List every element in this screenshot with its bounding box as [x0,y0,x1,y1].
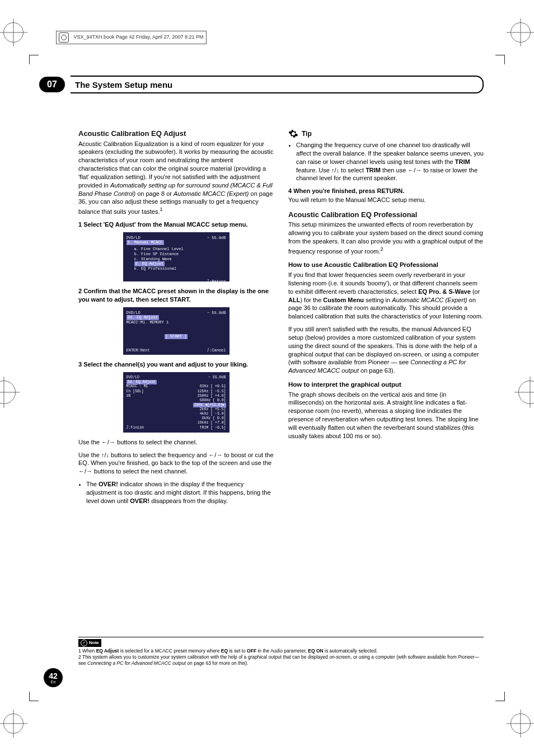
bold: EQ Adjust [96,648,119,654]
para-eq-adjust: Acoustic Calibration Equalization is a k… [78,140,274,216]
screen-foot-r: ⤴:Cancel [207,348,226,353]
para-interpret: The graph shows decibels on the vertical… [288,391,484,440]
page-number: 42 [44,672,63,680]
eq-val: 2kHz [ +5.5] [200,407,226,412]
eq-val: 500Hz [ 0.0] [200,398,226,403]
eq-line: dB [127,394,131,398]
registration-mark-ml [0,381,16,404]
screen-title-l: DVD/LD [127,236,140,240]
chapter-bar: 07 The System Setup menu [39,76,484,93]
eq-val: 250Hz [ +4.0] [198,394,226,398]
screen-title-l: DVD/LD [127,311,140,315]
text: ) for the [300,297,323,303]
chapter-title: The System Setup menu [71,76,484,93]
footnote-1: 1 When EQ Adjust is selected for a MCACC… [78,648,484,654]
eq-val: 16kHz [ +7.0] [198,421,226,425]
para-how-use-2: If you still aren't satisfied with the r… [288,325,484,375]
trim-feature: TRIM [455,158,470,165]
text: is selected for a MCACC preset memory wh… [119,648,221,654]
screen-return: ⤴:Return [207,279,226,284]
eq-val-selected: 1kHz ◀[+12.0]▶ [193,403,226,407]
screen-header: 3. Manual MCACC [127,240,164,245]
spine-header-text: VSX_94TXH.book Page 42 Friday, April 27,… [74,34,204,40]
right-column: Tip Changing the frequency curve of one … [288,129,484,510]
heading-how-use: How to use Acoustic Calibration EQ Profe… [288,261,484,270]
eq-line: Ch [SBL] [127,389,144,393]
step-4: 4 When you're finished, press RETURN. [288,187,484,195]
menu-item: a. Fine Channel Level [127,247,226,252]
step-1: 1 Select 'EQ Adjust' from the Manual MCA… [78,220,274,229]
screen-memory: MCACC:M1. MEMORY 1 [127,320,226,325]
screen-title-r: − 55.0dB [208,375,226,380]
text: The [86,481,99,487]
tip-bullet: Changing the frequency curve of one chan… [296,141,484,182]
spine-header: VSX_94TXH.book Page 42 Friday, April 27,… [56,31,207,44]
use-lr: Use the ←/→ buttons to select the channe… [78,438,274,447]
eq-val: 63Hz [ +0.5] [200,384,226,389]
page-lang: En [44,680,63,684]
text: is automatically selected. [324,648,378,654]
eq-line: MCACC : M1 [127,384,148,388]
step-4-text: You will return to the Manual MCACC setu… [288,196,484,204]
over-bullet: The OVER! indicator shows in the display… [86,480,274,505]
bold: EQ ON [308,648,323,654]
ui-screen-eq: DVD/LD− 55.0dB 3d. EQ Adjust MCACC : M16… [123,372,229,433]
eq-val: 8kHz [ 0.0] [202,416,226,421]
menu-item-selected: d. EQ Adjust [134,261,165,266]
bold: EQ Pro. & S-Wave [418,288,471,295]
text: is set to [228,648,247,654]
chapter-number: 07 [39,77,65,92]
screen-start-button: [ START ] [165,334,188,339]
eq-val: 4kHz [ −3.0] [200,412,226,416]
trim-feature: TRIM [366,167,381,173]
para-eq-pro: This setup minimizes the unwanted effect… [288,220,484,255]
ui-screen-menu: DVD/LD− 55.0dB 3. Manual MCACC a. Fine C… [123,232,229,281]
eq-val: 125Hz [ −5.5] [198,389,226,394]
text-italic: Automatic MCACC (Expert) [174,190,249,197]
page-number-badge: 42 En [44,668,63,687]
text: on page 8 or [135,190,174,197]
text-italic: Automatic MCACC (Expert) [392,297,467,303]
text: This setup minimizes the unwanted effect… [288,221,483,254]
left-column: Acoustic Calibration EQ Adjust Acoustic … [78,129,274,510]
text: setting in [364,297,392,303]
ui-screen-start: DVD/LD− 55.0dB 3d. EQ Adjust MCACC:M1. M… [123,307,229,355]
text: on page 63). [359,367,395,374]
crop-mark-bl [29,692,39,701]
bold: EQ [221,648,228,654]
screen-foot: ⤴:Finish [127,426,144,430]
screen-header: 3d. EQ Adjust [127,315,160,320]
screen-title-r: − 55.0dB [207,236,226,241]
heading-eq-adjust: Acoustic Calibration EQ Adjust [78,129,274,139]
screen-foot-l: ENTER:Next [127,348,150,353]
menu-item: c. Standing Wave [127,257,226,262]
heading-eq-pro: Acoustic Calibration EQ Professional [288,210,484,220]
footnote-box: Note 1 When EQ Adjust is selected for a … [78,637,484,666]
menu-item: e. EQ Professional [127,266,226,271]
footnote-ref-1: 1 [160,206,163,212]
text: (or [471,288,480,295]
screen-title-r: − 55.0dB [207,311,226,316]
text: on page 63 for more on this). [186,660,249,666]
note-label-text: Note [89,640,99,645]
bold: OFF [247,648,256,654]
text: 1 When [78,648,96,654]
tip-header: Tip [288,129,484,139]
heading-interpret: How to interpret the graphical output [288,381,484,389]
step-3: 3 Select the channel(s) you want and adj… [78,360,274,369]
text: disappears from the display. [149,497,228,504]
crop-mark-br [495,692,505,701]
over-indicator: OVER! [130,497,149,504]
registration-mark-tl [3,22,24,43]
bold: Custom Menu [323,297,364,303]
note-icon [81,640,87,646]
footnote-ref-2: 2 [380,246,383,252]
note-label: Note [78,639,101,647]
crop-mark-tr [495,55,505,64]
registration-mark-tr [510,22,531,43]
crop-mark-tl [29,55,39,64]
para-how-use-1: If you find that lower frequencies seem … [288,271,484,321]
eq-val: TRIM [ −0.5] [200,426,226,430]
spine-bullet-icon [59,32,69,43]
over-indicator: OVER! [99,481,118,487]
